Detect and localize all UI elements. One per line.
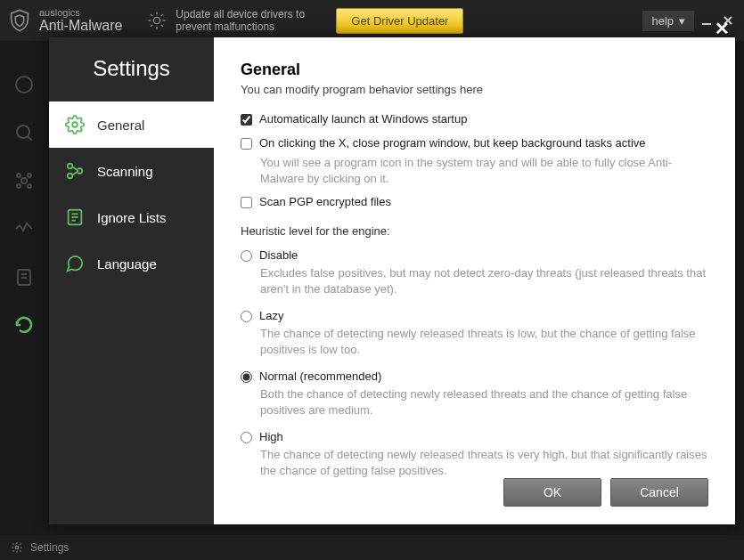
checkbox-scan-pgp[interactable]: Scan PGP encrypted files bbox=[241, 195, 708, 208]
svg-point-0 bbox=[154, 17, 160, 23]
brand-label: auslogics bbox=[39, 7, 122, 18]
radio-normal[interactable]: Normal (recommended) bbox=[241, 369, 708, 383]
sun-icon bbox=[147, 11, 167, 30]
radio-label: High bbox=[259, 430, 283, 443]
scan-icon bbox=[65, 161, 85, 181]
checkbox-description: You will see a program icon in the syste… bbox=[260, 155, 708, 186]
nav-item-ignore-lists[interactable]: Ignore Lists bbox=[49, 194, 214, 240]
checkbox-input[interactable] bbox=[241, 138, 252, 150]
leftbar-item-5[interactable] bbox=[0, 253, 48, 301]
radio-description: The chance of detecting newly released t… bbox=[260, 326, 708, 357]
settings-sidebar: Settings General Scanning Ignore Lists L… bbox=[49, 37, 214, 524]
logo-text: auslogics Anti-Malware bbox=[39, 7, 122, 34]
svg-line-14 bbox=[28, 136, 32, 141]
leftbar-item-2[interactable] bbox=[0, 109, 48, 157]
nav-label: Language bbox=[97, 256, 157, 272]
nav-label: General bbox=[97, 118, 144, 133]
leftbar-item-1[interactable] bbox=[0, 61, 48, 109]
help-dropdown[interactable]: help▾ bbox=[642, 11, 694, 31]
nav-item-language[interactable]: Language bbox=[49, 240, 214, 287]
svg-point-26 bbox=[68, 174, 73, 179]
minimize-button[interactable] bbox=[698, 12, 715, 29]
svg-point-17 bbox=[28, 174, 31, 177]
radio-input[interactable] bbox=[241, 250, 252, 262]
help-label: help bbox=[651, 14, 674, 28]
app-name-label: Anti-Malware bbox=[39, 18, 122, 34]
radio-disable[interactable]: Disable bbox=[241, 248, 708, 262]
svg-point-25 bbox=[78, 168, 83, 174]
nav-label: Scanning bbox=[97, 164, 153, 179]
radio-label: Lazy bbox=[259, 309, 283, 322]
svg-line-27 bbox=[72, 166, 78, 170]
cancel-button[interactable]: Cancel bbox=[610, 478, 708, 507]
leftbar-item-4[interactable] bbox=[0, 205, 48, 253]
svg-line-7 bbox=[151, 25, 152, 26]
dialog-close-button[interactable]: ✕ bbox=[715, 18, 730, 39]
radio-description: Both the chance of detecting newly relea… bbox=[260, 386, 708, 418]
checkbox-launch-startup[interactable]: Automatically launch at Windows startup bbox=[241, 112, 708, 126]
app-header: auslogics Anti-Malware Update all device… bbox=[0, 0, 744, 41]
checkbox-label: On clicking the X, close program window,… bbox=[259, 136, 646, 150]
promo-text: Update all device drivers to prevent mal… bbox=[176, 8, 327, 34]
settings-title: Settings bbox=[49, 37, 214, 101]
gear-icon bbox=[65, 115, 85, 134]
gear-icon bbox=[11, 541, 23, 554]
checkbox-input[interactable] bbox=[241, 114, 252, 126]
checkbox-close-background[interactable]: On clicking the X, close program window,… bbox=[241, 136, 708, 150]
dialog-button-row: OK Cancel bbox=[503, 478, 708, 507]
radio-input[interactable] bbox=[241, 371, 252, 383]
nav-label: Ignore Lists bbox=[97, 210, 167, 225]
checkbox-input[interactable] bbox=[241, 197, 252, 208]
chevron-down-icon: ▾ bbox=[679, 14, 685, 28]
settings-dialog: ✕ Settings General Scanning Ignore Lists… bbox=[49, 37, 735, 524]
leftbar-item-3[interactable] bbox=[0, 157, 48, 205]
logo-box: auslogics Anti-Malware bbox=[7, 7, 122, 34]
radio-input[interactable] bbox=[241, 432, 252, 443]
nav-item-general[interactable]: General bbox=[49, 101, 214, 148]
svg-line-4 bbox=[162, 25, 163, 26]
heuristic-level-label: Heuristic level for the engine: bbox=[241, 224, 708, 238]
nav-item-scanning[interactable]: Scanning bbox=[49, 148, 214, 194]
svg-point-33 bbox=[15, 546, 19, 549]
topbar-promo: Update all device drivers to prevent mal… bbox=[122, 8, 642, 34]
svg-point-24 bbox=[68, 164, 73, 169]
radio-label: Normal (recommended) bbox=[259, 369, 381, 383]
checkbox-label: Automatically launch at Windows startup bbox=[259, 112, 467, 126]
checkbox-label: Scan PGP encrypted files bbox=[259, 195, 391, 208]
svg-point-12 bbox=[16, 77, 32, 93]
svg-point-16 bbox=[17, 174, 20, 177]
svg-point-23 bbox=[72, 122, 78, 127]
svg-point-19 bbox=[28, 184, 31, 188]
app-left-sidebar bbox=[0, 61, 48, 349]
radio-high[interactable]: High bbox=[241, 430, 708, 443]
svg-point-18 bbox=[17, 184, 20, 188]
svg-line-3 bbox=[151, 14, 152, 15]
svg-point-13 bbox=[17, 126, 29, 138]
heuristic-radio-group: Disable Excludes false positives, but ma… bbox=[241, 248, 708, 491]
radio-lazy[interactable]: Lazy bbox=[241, 309, 708, 322]
content-title: General bbox=[241, 61, 708, 79]
svg-line-8 bbox=[162, 14, 163, 15]
list-icon bbox=[65, 207, 85, 227]
radio-description: Excludes false positives, but may not de… bbox=[260, 265, 708, 296]
radio-input[interactable] bbox=[241, 311, 252, 322]
shield-icon bbox=[7, 8, 32, 33]
ok-button[interactable]: OK bbox=[503, 478, 601, 507]
speech-icon bbox=[65, 254, 85, 273]
statusbar-settings-button[interactable]: Settings bbox=[30, 541, 69, 554]
svg-point-15 bbox=[21, 178, 27, 183]
content-subtitle: You can modify program behavior settings… bbox=[241, 83, 708, 96]
svg-line-28 bbox=[72, 172, 78, 175]
statusbar: Settings bbox=[0, 535, 744, 560]
settings-content: General You can modify program behavior … bbox=[214, 37, 735, 524]
radio-label: Disable bbox=[259, 248, 298, 262]
leftbar-item-6[interactable] bbox=[0, 301, 48, 349]
radio-description: The chance of detecting newly released t… bbox=[260, 447, 708, 478]
get-driver-updater-button[interactable]: Get Driver Updater bbox=[336, 8, 463, 34]
